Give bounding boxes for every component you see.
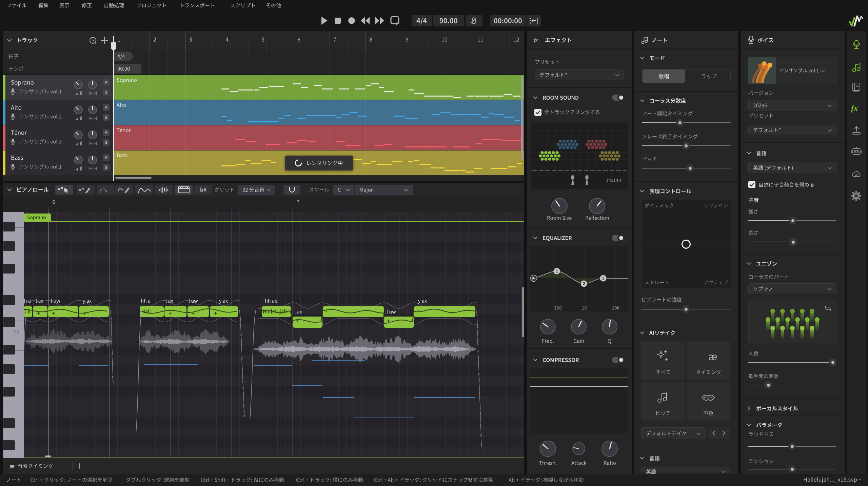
svg-text:fx: fx <box>851 104 858 113</box>
svg-text:2: 2 <box>583 281 585 286</box>
svg-text:fx: fx <box>534 37 538 43</box>
svg-text:3: 3 <box>602 276 605 281</box>
svg-text:1: 1 <box>556 269 558 274</box>
